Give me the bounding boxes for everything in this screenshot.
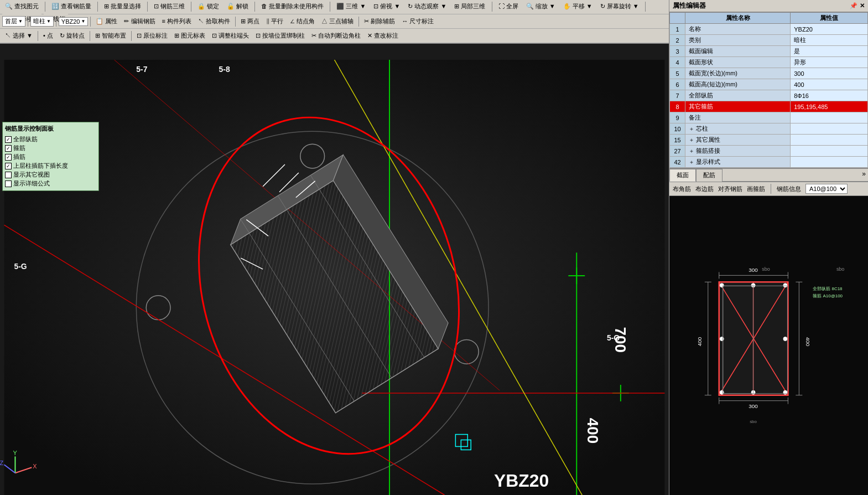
- adjust-col-head-btn[interactable]: ⊡ 调整柱端头: [209, 30, 252, 41]
- prop-row-27[interactable]: 27 ＋ 箍筋搭接: [670, 146, 868, 157]
- fullscreen-btn[interactable]: ⛶ 全屏: [496, 1, 521, 12]
- row-name-15[interactable]: ＋ 其它属性: [685, 135, 791, 146]
- three-point-axis-btn[interactable]: △ 三点辅轴: [319, 16, 356, 27]
- prop-row-42[interactable]: 42 ＋ 显示样式: [670, 157, 868, 168]
- prop-row-3[interactable]: 3 截面编辑 是: [670, 46, 868, 57]
- local-3d-btn[interactable]: ⊞ 局部三维: [451, 1, 488, 12]
- row-value-2[interactable]: 暗柱: [791, 35, 868, 46]
- prop-row-5[interactable]: 5 截面宽(长边)(mm) 300: [670, 68, 868, 79]
- item-all-long-rebar[interactable]: ✓ 全部纵筋: [5, 135, 96, 143]
- unlock-btn[interactable]: 🔓 解锁: [224, 1, 251, 12]
- node-angle-btn[interactable]: ∠ 结点角: [287, 16, 318, 27]
- view-rebar-btn[interactable]: 🔢 查看钢筋量: [49, 1, 94, 12]
- zoom-btn[interactable]: 🔍 缩放 ▼: [523, 1, 558, 12]
- 3d-view-btn[interactable]: ⬛ 三维 ▼: [334, 1, 368, 12]
- checkbox-show-formula[interactable]: [5, 181, 12, 187]
- top-view-btn[interactable]: ⊡ 俯视 ▼: [371, 1, 403, 12]
- row-value-3[interactable]: 是: [791, 46, 868, 57]
- close-icon[interactable]: ✕: [860, 2, 865, 9]
- col-name-dropdown[interactable]: YBZ20 ▼: [59, 17, 89, 26]
- item-show-other[interactable]: 显示其它视图: [5, 171, 96, 179]
- grid-label-5-8: 5-8: [219, 65, 230, 74]
- checkbox-insert-length[interactable]: ✓: [5, 163, 12, 169]
- prop-row-4[interactable]: 4 截面形状 异形: [670, 57, 868, 68]
- rebar-info-select[interactable]: A10@100: [805, 184, 848, 194]
- floor-label: 首层: [5, 17, 17, 25]
- row-value-6[interactable]: 400: [791, 79, 868, 90]
- checkbox-anchor[interactable]: ✓: [5, 154, 12, 161]
- layout-corner-btn[interactable]: 布角筋: [673, 185, 691, 193]
- batch-select-btn[interactable]: ⊞ 批量显选择: [101, 1, 144, 12]
- orig-label-btn[interactable]: ⊡ 原位标注: [134, 30, 170, 41]
- item-show-formula[interactable]: 显示详细公式: [5, 179, 96, 188]
- smart-layout-btn[interactable]: ⊞ 智能布置: [92, 30, 129, 41]
- batch-delete-btn[interactable]: 🗑 批量删除未使用构件: [258, 1, 326, 12]
- expand-section-icon[interactable]: »: [860, 169, 868, 182]
- rebar-3d-btn[interactable]: ⊡ 钢筋三维: [151, 1, 188, 12]
- point-btn[interactable]: • 点: [40, 30, 56, 41]
- prop-row-8[interactable]: 8 其它箍筋 195,195,485: [670, 101, 868, 112]
- component-list-btn[interactable]: ≡ 构件列表: [159, 16, 194, 27]
- expand-27-icon[interactable]: ＋: [689, 148, 694, 154]
- prop-row-10[interactable]: 10 ＋ 芯柱: [670, 123, 868, 135]
- prop-row-1[interactable]: 1 名称 YBZ20: [670, 24, 868, 35]
- prop-row-2[interactable]: 2 类别 暗柱: [670, 35, 868, 46]
- row-value-1[interactable]: YBZ20: [791, 24, 868, 35]
- prop-row-15[interactable]: 15 ＋ 其它属性: [670, 135, 868, 146]
- expand-15-icon[interactable]: ＋: [689, 137, 694, 143]
- prop-row-6[interactable]: 6 截面高(短边)(mm) 400: [670, 79, 868, 90]
- lock-btn[interactable]: 🔒 锁定: [195, 1, 222, 12]
- property-btn[interactable]: 📋 属性: [93, 16, 120, 27]
- row-name-42[interactable]: ＋ 显示样式: [685, 157, 791, 168]
- pin-icon[interactable]: 📌: [850, 2, 857, 9]
- dim-label-btn[interactable]: ↔ 尺寸标注: [399, 16, 436, 27]
- element-table-btn[interactable]: ⊞ 图元标表: [171, 30, 208, 41]
- checkbox-all-long-rebar[interactable]: ✓: [5, 136, 12, 143]
- row-value-9[interactable]: [791, 112, 868, 123]
- expand-10-icon[interactable]: ＋: [689, 126, 694, 132]
- item-insert-length[interactable]: ✓ 上层柱插筋下插长度: [5, 162, 96, 170]
- row-value-5[interactable]: 300: [791, 68, 868, 79]
- checkbox-show-other[interactable]: [5, 172, 12, 178]
- remove-aux-btn[interactable]: ✂ 剔除辅筋: [361, 16, 398, 27]
- col-type-dropdown[interactable]: 暗柱 ▼: [30, 16, 54, 27]
- checkbox-stirrup[interactable]: ✓: [5, 145, 12, 152]
- row-num-9: 9: [670, 112, 685, 123]
- row-value-8[interactable]: 195,195,485: [791, 101, 868, 112]
- row-value-7[interactable]: 8Ф16: [791, 90, 868, 101]
- edit-rebar-btn[interactable]: ✏ 编辑钢筋: [121, 16, 158, 27]
- check-label-btn[interactable]: ✕ 查改标注: [365, 30, 401, 41]
- row-name-27[interactable]: ＋ 箍筋搭接: [685, 146, 791, 157]
- auto-judge-btn[interactable]: ✂ 自动判断边角柱: [309, 30, 363, 41]
- sep16: [131, 31, 132, 41]
- row-num-1: 1: [670, 24, 685, 35]
- draw-stirrup-btn[interactable]: 画箍筋: [747, 185, 765, 193]
- rotate-point-btn[interactable]: ↻ 旋转点: [57, 30, 87, 41]
- item-anchor[interactable]: ✓ 插筋: [5, 153, 96, 161]
- col-type-label: 暗柱: [33, 17, 45, 25]
- item-stirrup[interactable]: ✓ 箍筋: [5, 144, 96, 152]
- two-points-btn[interactable]: ⊞ 两点: [238, 16, 262, 27]
- property-table-container[interactable]: 属性名称 属性值 1 名称 YBZ20 2 类别 暗柱 3 截面编辑: [669, 12, 868, 168]
- tab-section[interactable]: 截面: [669, 169, 696, 182]
- tab-rebar[interactable]: 配筋: [696, 169, 723, 182]
- main-3d-viewport[interactable]: 5-7 5-8 5-G 5-G 700 400 YBZ20 X Y Z 钢筋显示…: [0, 60, 669, 495]
- wall-pos-bind-btn[interactable]: ⊡ 按墙位置绑制柱: [253, 30, 308, 41]
- pick-component-btn[interactable]: ↖ 拾取构件: [195, 16, 233, 27]
- dynamic-observe-btn[interactable]: ↻ 动态观察 ▼: [405, 1, 449, 12]
- right-panel: 属性编辑器 📌 ✕ 属性名称 属性值 1 名称 YBZ20: [669, 0, 868, 495]
- floor-dropdown[interactable]: 首层 ▼: [2, 16, 25, 27]
- prop-row-7[interactable]: 7 全部纵筋 8Ф16: [670, 90, 868, 101]
- expand-42-icon[interactable]: ＋: [689, 159, 694, 165]
- screen-rotate-btn[interactable]: ↻ 屏幕旋转 ▼: [597, 1, 642, 12]
- layout-side-btn[interactable]: 布边筋: [695, 185, 714, 193]
- find-element-btn[interactable]: 🔍 查找图元: [2, 1, 41, 12]
- sep13: [358, 17, 359, 27]
- select-btn[interactable]: ↖ 选择 ▼: [2, 30, 35, 41]
- prop-row-9[interactable]: 9 备注: [670, 112, 868, 123]
- row-name-10[interactable]: ＋ 芯柱: [685, 123, 791, 135]
- parallel-btn[interactable]: ∥ 平行: [263, 16, 286, 27]
- layout-align-btn[interactable]: 对齐钢筋: [718, 185, 742, 193]
- row-value-4[interactable]: 异形: [791, 57, 868, 68]
- pan-btn[interactable]: ✋ 平移 ▼: [560, 1, 595, 12]
